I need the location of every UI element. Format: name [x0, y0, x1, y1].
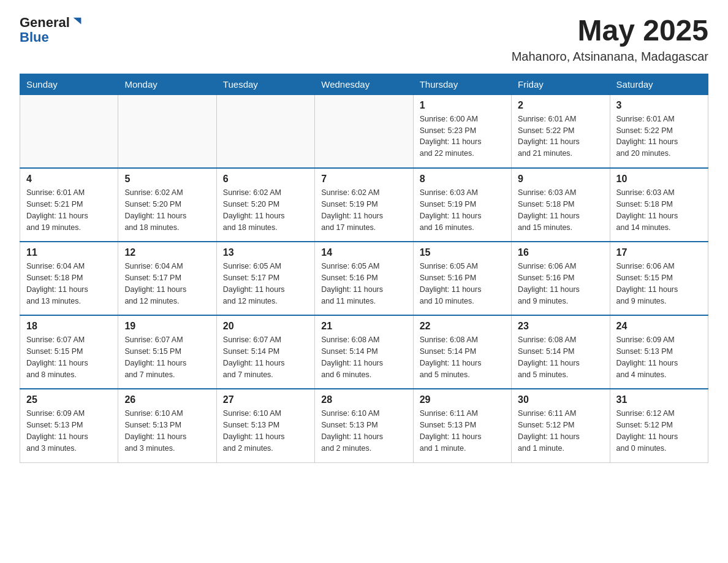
day-info: Sunrise: 6:02 AM Sunset: 5:20 PM Dayligh… — [223, 187, 308, 233]
calendar-day-cell: 26Sunrise: 6:10 AM Sunset: 5:13 PM Dayli… — [118, 389, 216, 462]
day-header-tuesday: Tuesday — [216, 74, 314, 94]
calendar-day-cell: 6Sunrise: 6:02 AM Sunset: 5:20 PM Daylig… — [216, 168, 314, 242]
calendar-day-cell: 3Sunrise: 6:01 AM Sunset: 5:22 PM Daylig… — [610, 94, 708, 168]
day-header-thursday: Thursday — [413, 74, 511, 94]
day-info: Sunrise: 6:08 AM Sunset: 5:14 PM Dayligh… — [420, 334, 505, 380]
calendar-day-cell: 2Sunrise: 6:01 AM Sunset: 5:22 PM Daylig… — [512, 94, 610, 168]
calendar-day-cell: 19Sunrise: 6:07 AM Sunset: 5:15 PM Dayli… — [118, 315, 216, 389]
day-header-wednesday: Wednesday — [315, 74, 413, 94]
day-header-friday: Friday — [512, 74, 610, 94]
calendar-day-cell: 10Sunrise: 6:03 AM Sunset: 5:18 PM Dayli… — [610, 168, 708, 242]
calendar-day-cell: 24Sunrise: 6:09 AM Sunset: 5:13 PM Dayli… — [610, 315, 708, 389]
day-info: Sunrise: 6:00 AM Sunset: 5:23 PM Dayligh… — [420, 113, 505, 159]
day-info: Sunrise: 6:01 AM Sunset: 5:22 PM Dayligh… — [616, 113, 702, 159]
calendar-day-cell: 18Sunrise: 6:07 AM Sunset: 5:15 PM Dayli… — [20, 315, 118, 389]
day-info: Sunrise: 6:12 AM Sunset: 5:12 PM Dayligh… — [616, 408, 702, 454]
day-number: 29 — [420, 394, 505, 405]
calendar-day-cell: 15Sunrise: 6:05 AM Sunset: 5:16 PM Dayli… — [413, 242, 511, 315]
day-info: Sunrise: 6:02 AM Sunset: 5:20 PM Dayligh… — [124, 187, 210, 233]
location-title: Mahanoro, Atsinanana, Madagascar — [512, 50, 708, 64]
day-number: 21 — [321, 321, 406, 332]
day-number: 17 — [616, 247, 702, 258]
calendar-header-row: SundayMondayTuesdayWednesdayThursdayFrid… — [20, 74, 708, 94]
day-info: Sunrise: 6:01 AM Sunset: 5:22 PM Dayligh… — [518, 113, 603, 159]
day-info: Sunrise: 6:04 AM Sunset: 5:17 PM Dayligh… — [124, 261, 210, 307]
day-info: Sunrise: 6:08 AM Sunset: 5:14 PM Dayligh… — [321, 334, 406, 380]
calendar-day-cell: 11Sunrise: 6:04 AM Sunset: 5:18 PM Dayli… — [20, 242, 118, 315]
calendar-day-cell: 12Sunrise: 6:04 AM Sunset: 5:17 PM Dayli… — [118, 242, 216, 315]
day-number: 13 — [223, 247, 308, 258]
calendar-day-cell: 25Sunrise: 6:09 AM Sunset: 5:13 PM Dayli… — [20, 389, 118, 462]
day-info: Sunrise: 6:05 AM Sunset: 5:17 PM Dayligh… — [223, 261, 308, 307]
day-number: 25 — [26, 394, 112, 405]
day-number: 14 — [321, 247, 406, 258]
calendar-day-cell: 30Sunrise: 6:11 AM Sunset: 5:12 PM Dayli… — [512, 389, 610, 462]
day-number: 16 — [518, 247, 603, 258]
day-info: Sunrise: 6:11 AM Sunset: 5:12 PM Dayligh… — [518, 408, 603, 454]
day-number: 23 — [518, 321, 603, 332]
calendar-day-cell: 1Sunrise: 6:00 AM Sunset: 5:23 PM Daylig… — [413, 94, 511, 168]
day-info: Sunrise: 6:03 AM Sunset: 5:18 PM Dayligh… — [616, 187, 702, 233]
day-info: Sunrise: 6:06 AM Sunset: 5:15 PM Dayligh… — [616, 261, 702, 307]
day-number: 24 — [616, 321, 702, 332]
month-title: May 2025 — [512, 15, 708, 47]
calendar-day-cell: 21Sunrise: 6:08 AM Sunset: 5:14 PM Dayli… — [315, 315, 413, 389]
title-area: May 2025 Mahanoro, Atsinanana, Madagasca… — [512, 15, 708, 64]
day-info: Sunrise: 6:06 AM Sunset: 5:16 PM Dayligh… — [518, 261, 603, 307]
day-number: 7 — [321, 174, 406, 185]
calendar-day-cell: 7Sunrise: 6:02 AM Sunset: 5:19 PM Daylig… — [315, 168, 413, 242]
day-info: Sunrise: 6:04 AM Sunset: 5:18 PM Dayligh… — [26, 261, 112, 307]
calendar-day-cell: 20Sunrise: 6:07 AM Sunset: 5:14 PM Dayli… — [216, 315, 314, 389]
calendar-day-cell: 27Sunrise: 6:10 AM Sunset: 5:13 PM Dayli… — [216, 389, 314, 462]
calendar-day-cell: 23Sunrise: 6:08 AM Sunset: 5:14 PM Dayli… — [512, 315, 610, 389]
page-header: General Blue May 2025 Mahanoro, Atsinana… — [20, 15, 708, 64]
calendar-day-cell: 5Sunrise: 6:02 AM Sunset: 5:20 PM Daylig… — [118, 168, 216, 242]
day-info: Sunrise: 6:03 AM Sunset: 5:19 PM Dayligh… — [420, 187, 505, 233]
calendar-day-cell: 17Sunrise: 6:06 AM Sunset: 5:15 PM Dayli… — [610, 242, 708, 315]
calendar-day-cell: 14Sunrise: 6:05 AM Sunset: 5:16 PM Dayli… — [315, 242, 413, 315]
calendar-day-cell: 9Sunrise: 6:03 AM Sunset: 5:18 PM Daylig… — [512, 168, 610, 242]
day-number: 18 — [26, 321, 112, 332]
day-number: 2 — [518, 100, 603, 111]
calendar-day-cell: 22Sunrise: 6:08 AM Sunset: 5:14 PM Dayli… — [413, 315, 511, 389]
calendar-week-row: 11Sunrise: 6:04 AM Sunset: 5:18 PM Dayli… — [20, 242, 708, 315]
day-header-saturday: Saturday — [610, 74, 708, 94]
day-number: 30 — [518, 394, 603, 405]
day-info: Sunrise: 6:08 AM Sunset: 5:14 PM Dayligh… — [518, 334, 603, 380]
day-number: 1 — [420, 100, 505, 111]
day-header-monday: Monday — [118, 74, 216, 94]
day-info: Sunrise: 6:10 AM Sunset: 5:13 PM Dayligh… — [321, 408, 406, 454]
calendar-week-row: 4Sunrise: 6:01 AM Sunset: 5:21 PM Daylig… — [20, 168, 708, 242]
day-info: Sunrise: 6:09 AM Sunset: 5:13 PM Dayligh… — [26, 408, 112, 454]
day-number: 10 — [616, 174, 702, 185]
day-number: 4 — [26, 174, 112, 185]
day-info: Sunrise: 6:07 AM Sunset: 5:14 PM Dayligh… — [223, 334, 308, 380]
day-number: 6 — [223, 174, 308, 185]
calendar-week-row: 18Sunrise: 6:07 AM Sunset: 5:15 PM Dayli… — [20, 315, 708, 389]
calendar-week-row: 1Sunrise: 6:00 AM Sunset: 5:23 PM Daylig… — [20, 94, 708, 168]
calendar-day-cell: 29Sunrise: 6:11 AM Sunset: 5:13 PM Dayli… — [413, 389, 511, 462]
calendar-day-cell: 28Sunrise: 6:10 AM Sunset: 5:13 PM Dayli… — [315, 389, 413, 462]
day-info: Sunrise: 6:05 AM Sunset: 5:16 PM Dayligh… — [420, 261, 505, 307]
logo-icon — [71, 15, 83, 28]
day-info: Sunrise: 6:11 AM Sunset: 5:13 PM Dayligh… — [420, 408, 505, 454]
day-number: 8 — [420, 174, 505, 185]
day-header-sunday: Sunday — [20, 74, 118, 94]
calendar-day-cell: 13Sunrise: 6:05 AM Sunset: 5:17 PM Dayli… — [216, 242, 314, 315]
day-info: Sunrise: 6:01 AM Sunset: 5:21 PM Dayligh… — [26, 187, 112, 233]
logo-general-text: General — [20, 15, 70, 31]
day-number: 5 — [124, 174, 210, 185]
day-info: Sunrise: 6:09 AM Sunset: 5:13 PM Dayligh… — [616, 334, 702, 380]
calendar-day-cell — [216, 94, 314, 168]
day-info: Sunrise: 6:05 AM Sunset: 5:16 PM Dayligh… — [321, 261, 406, 307]
day-number: 26 — [124, 394, 210, 405]
day-info: Sunrise: 6:10 AM Sunset: 5:13 PM Dayligh… — [124, 408, 210, 454]
svg-marker-0 — [74, 18, 82, 25]
calendar-day-cell — [118, 94, 216, 168]
logo: General Blue — [20, 15, 83, 44]
day-number: 28 — [321, 394, 406, 405]
calendar-table: SundayMondayTuesdayWednesdayThursdayFrid… — [20, 74, 708, 463]
calendar-week-row: 25Sunrise: 6:09 AM Sunset: 5:13 PM Dayli… — [20, 389, 708, 462]
logo-blue-text: Blue — [20, 31, 49, 44]
calendar-day-cell — [315, 94, 413, 168]
